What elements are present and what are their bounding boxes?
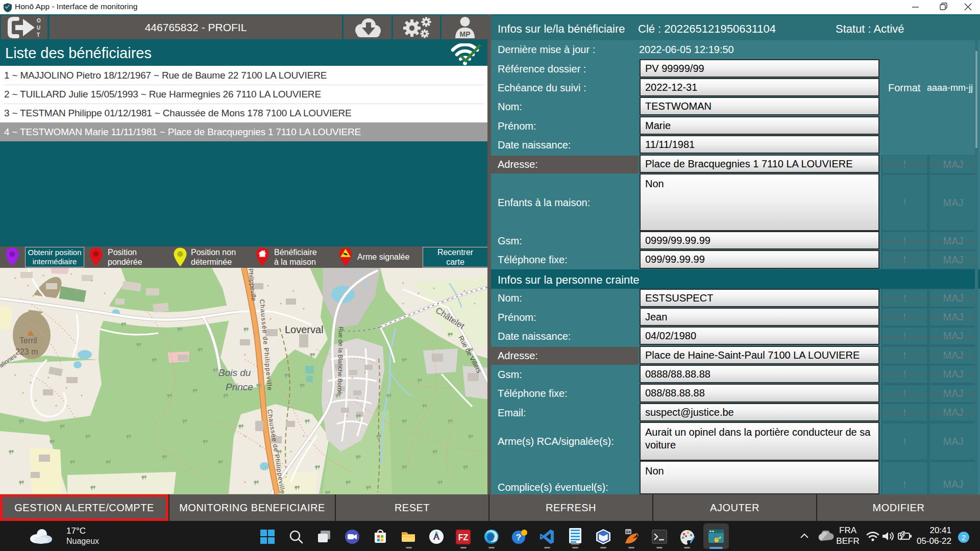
svg-text:Loverval: Loverval: [285, 324, 324, 335]
svg-text:?: ?: [516, 533, 521, 542]
svg-text:U: U: [37, 25, 40, 31]
svg-text:Rue de la Blanche Borne: Rue de la Blanche Borne: [336, 327, 345, 395]
svg-text:64: 64: [626, 530, 631, 534]
svg-text:Bois du: Bois du: [218, 367, 251, 378]
svg-text:Terril: Terril: [19, 336, 37, 345]
svg-text:FZ: FZ: [458, 533, 469, 542]
svg-text:223 m: 223 m: [15, 347, 38, 356]
svg-text:Prince: Prince: [226, 382, 253, 392]
svg-text:MP: MP: [460, 30, 471, 38]
svg-text:O: O: [37, 18, 41, 23]
svg-text:T: T: [37, 32, 40, 38]
